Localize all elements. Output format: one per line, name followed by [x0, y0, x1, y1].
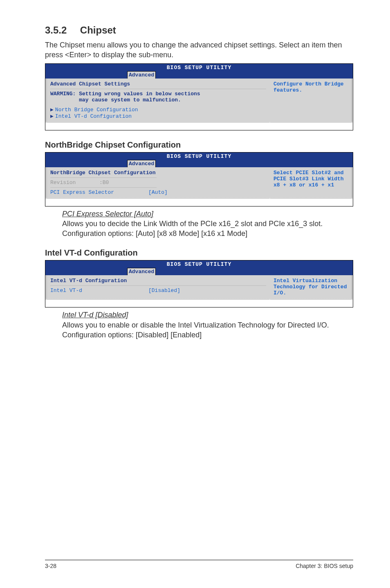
section-number: 3.5.2	[45, 25, 67, 36]
chapter-label: Chapter 3: BIOS setup	[296, 563, 353, 569]
bios-tab-advanced[interactable]: Advanced	[127, 71, 156, 79]
bios-subtitle: NorthBridge Chipset Configuration	[50, 170, 155, 176]
triangle-icon: ▶	[50, 107, 54, 113]
bios-revision-value: :B0	[99, 180, 109, 186]
bios-warning-line1: WARMING: Setting wrong values in below s…	[50, 91, 200, 97]
triangle-icon: ▶	[50, 113, 54, 119]
bios-pci-label: PCI Express Selector	[50, 189, 148, 195]
page-footer: 3-28 Chapter 3: BIOS setup	[45, 560, 353, 569]
item-title: Intel VT-d [Disabled]	[62, 310, 353, 320]
bios-left-panel: Advanced Chipset Settings WARMING: Setti…	[46, 79, 269, 123]
bios-subtitle: Intel VT-d Configuration	[50, 278, 127, 284]
section-title: Chipset	[80, 25, 116, 36]
item-options: Configuration options: [Disabled] [Enabl…	[62, 330, 353, 340]
bios-setting-title: Advanced Chipset Settings	[50, 81, 130, 87]
bios-item-vtd[interactable]: Intel VT-d Configuration	[55, 113, 132, 119]
item-desc: Allows you to enable or disable the Inte…	[62, 320, 353, 330]
section-intro: The Chipset menu allows you to change th…	[45, 40, 353, 60]
item-title: PCI Express Selector [Auto]	[62, 209, 353, 219]
bios-left-panel: NorthBridge Chipset Configuration Revisi…	[46, 167, 269, 199]
bios-screen-northbridge: BIOS SETUP UTILITY Advanced NorthBridge …	[45, 152, 353, 206]
bios-revision-label: Revision	[50, 180, 99, 186]
bios-header: BIOS SETUP UTILITY Advanced	[45, 153, 353, 167]
bios-vtd-value[interactable]: [Disabled]	[148, 287, 180, 294]
item-options: Configuration options: [Auto] [x8 x8 Mod…	[62, 229, 353, 238]
subheading-vtd: Intel VT-d Configuration	[45, 248, 353, 258]
bios-help-panel: Intel Virtualization Technology for Dire…	[270, 275, 352, 300]
subheading-northbridge: NorthBridge Chipset Configuration	[45, 140, 353, 150]
bios-vtd-label: Intel VT-d	[50, 287, 148, 294]
bios-header-title: BIOS SETUP UTILITY	[45, 153, 353, 159]
bios-help-panel: Select PCIE Slot#2 and PCIE Slot#3 Link …	[270, 167, 352, 199]
bios-screen-vtd: BIOS SETUP UTILITY Advanced Intel VT-d C…	[45, 260, 353, 307]
bios-header-title: BIOS SETUP UTILITY	[45, 65, 353, 71]
bios-tab-advanced[interactable]: Advanced	[127, 268, 156, 275]
page-number: 3-28	[45, 563, 56, 569]
bios-header: BIOS SETUP UTILITY Advanced	[45, 260, 353, 275]
section-heading: 3.5.2 Chipset	[45, 25, 353, 36]
bios-header: BIOS SETUP UTILITY Advanced	[45, 64, 353, 79]
bios-pci-value[interactable]: [Auto]	[148, 189, 168, 195]
bios-screen-chipset: BIOS SETUP UTILITY Advanced Advanced Chi…	[45, 63, 353, 130]
bios-header-title: BIOS SETUP UTILITY	[45, 261, 353, 267]
bios-item-northbridge[interactable]: North Bridge Configuration	[55, 107, 138, 113]
bios-help-panel: Configure North Bridge features.	[270, 79, 352, 123]
bios-tab-advanced[interactable]: Advanced	[127, 160, 156, 167]
item-pci-express: PCI Express Selector [Auto] Allows you t…	[62, 209, 353, 239]
item-desc: Allows you to decide the Link Width of t…	[62, 219, 353, 229]
item-vtd: Intel VT-d [Disabled] Allows you to enab…	[62, 310, 353, 340]
bios-warning-line2: may cause system to malfunction.	[50, 97, 181, 103]
bios-left-panel: Intel VT-d Configuration Intel VT-d [Dis…	[46, 275, 269, 300]
